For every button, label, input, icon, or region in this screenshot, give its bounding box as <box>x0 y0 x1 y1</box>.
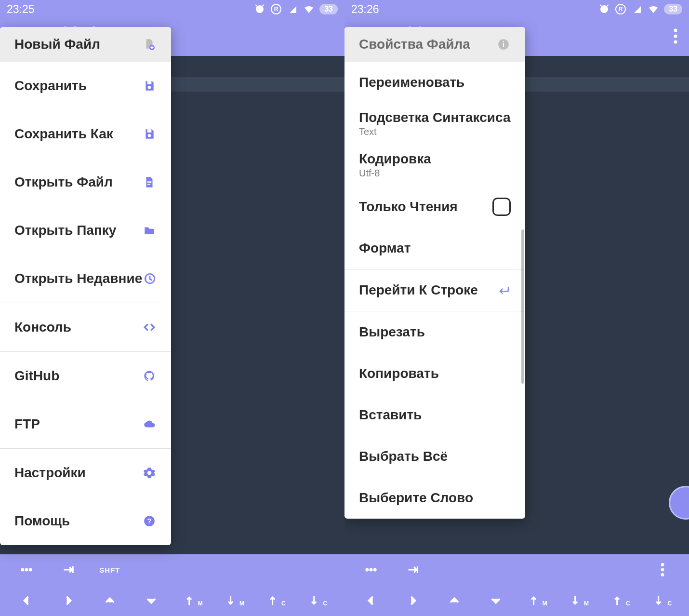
menu-item[interactable]: Копировать <box>344 353 525 394</box>
menu-item[interactable]: Подсветка СинтаксисаText <box>344 103 525 145</box>
cloud-icon <box>142 418 157 430</box>
status-icons: 33 <box>598 3 682 15</box>
more-button[interactable] <box>6 563 47 576</box>
menu-item-label: Формат <box>359 241 411 256</box>
menu-item[interactable]: Перейти К Строке <box>344 269 525 311</box>
svg-point-16 <box>674 40 677 44</box>
menu-item-label: Сохранить <box>14 78 87 94</box>
arrow-up-m-button[interactable]: M <box>517 594 558 607</box>
menu-item[interactable]: Консоль <box>0 303 171 351</box>
menu-item-label: FTP <box>14 416 40 432</box>
arrow-up-c-button[interactable]: C <box>600 594 641 607</box>
arrow-up-c-button[interactable]: C <box>255 594 297 607</box>
menu-item-label: Вырезать <box>359 324 425 340</box>
right-button[interactable] <box>47 594 89 607</box>
bottom-toolbar: SHFT M M C C <box>0 554 344 616</box>
menu-item[interactable]: Только Чтения <box>344 186 525 228</box>
battery-level: 33 <box>319 4 338 14</box>
menu-item-label: Копировать <box>359 366 439 381</box>
wifi-icon <box>303 3 315 15</box>
menu-item-label: Только Чтения <box>359 199 458 214</box>
file-icon <box>142 176 157 188</box>
menu-item-label: Открыть Файл <box>14 174 113 190</box>
menu-item-label: Выбрать Всё <box>359 449 448 464</box>
menu-item-label: Выберите Слово <box>359 490 473 506</box>
battery-level: 33 <box>664 4 682 14</box>
menu-item-label: Подсветка Синтаксиса <box>359 110 511 125</box>
left-button[interactable] <box>6 594 47 607</box>
menu-item[interactable]: Настройки <box>0 449 171 497</box>
svg-point-17 <box>366 568 369 571</box>
menu-item-label: Вставить <box>359 407 422 423</box>
status-time: 23:26 <box>351 3 379 16</box>
overflow-button[interactable] <box>674 28 677 46</box>
status-bar: 23:26 33 <box>344 0 689 18</box>
menu-item[interactable]: Выбрать Всё <box>344 436 525 477</box>
menu-item-label: Перейти К Строке <box>359 282 478 298</box>
enter-icon <box>496 284 511 296</box>
menu-item-label: Переименовать <box>359 75 464 90</box>
menu-item[interactable]: GitHub <box>0 352 171 400</box>
github-icon <box>142 370 157 382</box>
svg-point-18 <box>370 568 372 571</box>
status-bar: 23:25 33 <box>0 0 344 18</box>
arrow-down-c-button[interactable]: C <box>642 594 683 607</box>
menu-item[interactable]: Сохранить <box>0 62 171 110</box>
help-icon <box>142 515 157 527</box>
more-button[interactable] <box>350 563 392 576</box>
right-button[interactable] <box>392 594 433 607</box>
readonly-checkbox[interactable] <box>492 198 511 216</box>
code-icon <box>142 321 157 334</box>
svg-point-19 <box>373 568 376 571</box>
down-button[interactable] <box>475 594 517 607</box>
menu-item-label: Сохранить Как <box>14 126 113 142</box>
menu-item-label: Помощь <box>14 513 70 529</box>
arrow-down-c-button[interactable]: C <box>297 594 339 607</box>
bottom-toolbar: M M C C <box>344 554 689 616</box>
menu-new-file[interactable]: Новый Файл <box>0 27 171 62</box>
menu-item[interactable]: Вырезать <box>344 311 525 353</box>
menu-item[interactable]: Выберите Слово <box>344 477 525 519</box>
svg-point-20 <box>661 563 664 566</box>
menu-item[interactable]: Сохранить Как <box>0 110 171 158</box>
toolbar-overflow-button[interactable] <box>642 563 683 576</box>
menu-item[interactable]: КодировкаUtf-8 <box>344 145 525 186</box>
menu-item[interactable]: Вставить <box>344 394 525 436</box>
svg-point-21 <box>661 568 664 571</box>
signal-icon <box>631 3 643 15</box>
svg-point-22 <box>661 573 664 576</box>
left-button[interactable] <box>350 594 392 607</box>
arrow-down-m-button[interactable]: M <box>558 594 600 607</box>
menu-item[interactable]: Открыть Недавние <box>0 254 171 303</box>
file-add-icon <box>142 38 157 51</box>
arrow-down-m-button[interactable]: M <box>214 594 255 607</box>
shift-button[interactable]: SHFT <box>89 566 131 574</box>
scrollbar[interactable] <box>521 229 524 384</box>
alarm-icon <box>598 3 610 15</box>
up-button[interactable] <box>89 594 131 607</box>
menu-item[interactable]: Формат <box>344 228 525 269</box>
up-button[interactable] <box>434 594 475 607</box>
down-button[interactable] <box>131 594 172 607</box>
svg-point-12 <box>25 568 28 571</box>
menu-item-sublabel: Utf-8 <box>359 168 431 179</box>
menu-item[interactable]: Помощь <box>0 497 171 545</box>
svg-point-15 <box>674 35 677 38</box>
menu-item-label: Открыть Папку <box>14 223 116 238</box>
menu-item-label: Настройки <box>14 465 86 481</box>
screen-right: 23:26 33 untitl Новый untitled.txt 1 <box>344 0 689 616</box>
info-icon <box>496 38 511 51</box>
tab-key-button[interactable] <box>392 563 433 576</box>
svg-point-13 <box>29 568 32 571</box>
arrow-up-m-button[interactable]: M <box>172 594 214 607</box>
history-icon <box>142 272 157 285</box>
alarm-icon <box>254 3 265 15</box>
menu-item[interactable]: Открыть Файл <box>0 158 171 206</box>
svg-point-14 <box>674 29 677 32</box>
menu-item-label: Консоль <box>14 320 71 335</box>
file-properties-dropdown: Свойства Файла ПереименоватьПодсветка Си… <box>344 27 525 519</box>
menu-item[interactable]: Открыть Папку <box>0 206 171 254</box>
tab-key-button[interactable] <box>47 563 89 576</box>
menu-item[interactable]: Переименовать <box>344 62 525 103</box>
menu-item[interactable]: FTP <box>0 400 171 448</box>
